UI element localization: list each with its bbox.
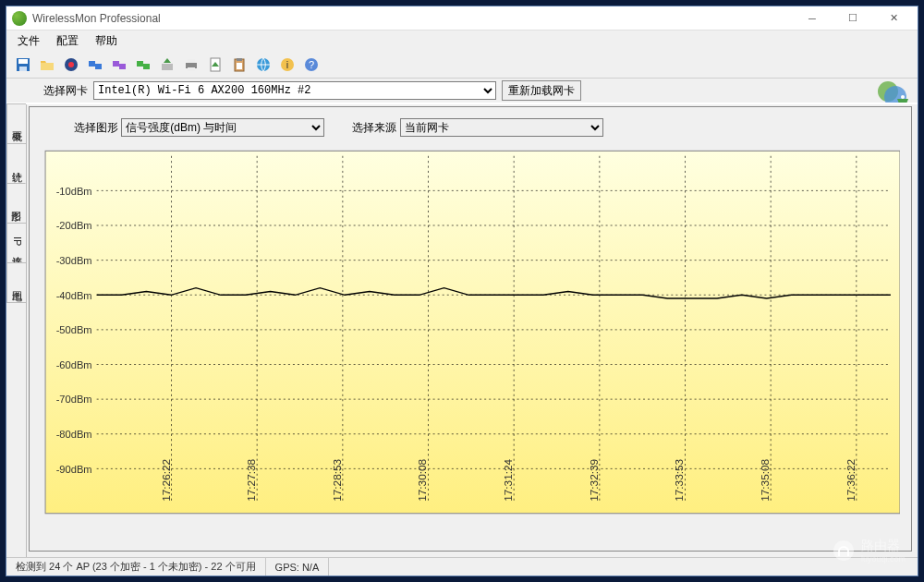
svg-text:-50dBm: -50dBm [56,324,92,335]
help-icon[interactable]: ? [300,54,322,76]
svg-rect-11 [143,64,150,69]
chart-type-label: 选择图形 [74,121,118,134]
svg-rect-14 [188,59,195,63]
svg-text:i: i [286,59,288,70]
reload-nic-button[interactable]: 重新加载网卡 [502,80,581,101]
tab-map[interactable]: 地图 [6,262,26,303]
netmon-c-icon[interactable] [132,54,154,76]
svg-rect-3 [41,63,54,70]
svg-text:17:35:08: 17:35:08 [760,459,771,502]
nic-select[interactable]: Intel(R) Wi-Fi 6 AX200 160MHz #2 [93,81,496,100]
svg-text:17:36:22: 17:36:22 [845,459,857,502]
svg-text:-60dBm: -60dBm [56,358,92,370]
svg-rect-10 [137,61,143,67]
tab-ip-conn[interactable]: IP 连接 [6,223,26,263]
maximize-button[interactable]: ☐ [833,7,873,30]
chart-type-select[interactable]: 信号强度(dBm) 与时间 [121,118,324,137]
netmon-b-icon[interactable] [108,54,130,76]
main-panel: 选择图形 信号强度(dBm) 与时间 选择来源 当前网卡 -10dBm-20dB… [29,106,912,552]
tab-graph[interactable]: 图形 [6,183,26,224]
svg-rect-12 [162,64,173,70]
svg-text:-90dBm: -90dBm [56,463,92,474]
close-button[interactable]: ✕ [873,7,914,30]
svg-rect-19 [237,63,242,69]
svg-rect-2 [19,67,27,71]
minimize-button[interactable]: ─ [792,7,833,30]
content-area: 概要 统计 图形 IP 连接 地图 选择图形 信号强度(dBm) 与时间 选择来… [6,103,918,557]
svg-rect-18 [237,58,242,61]
netmon-a-icon[interactable] [84,54,106,76]
window-title: WirelessMon Professional [32,12,792,25]
menu-config[interactable]: 配置 [49,31,86,51]
app-icon [12,11,27,26]
svg-text:17:26:22: 17:26:22 [161,459,172,502]
print-icon[interactable] [180,54,202,76]
menubar: 文件 配置 帮助 [6,30,918,51]
open-icon[interactable] [36,54,58,76]
svg-rect-9 [119,64,126,69]
status-gps: GPS: N/A [266,558,330,576]
doc-icon[interactable] [204,54,226,76]
status-detect: 检测到 24 个 AP (23 个加密 - 1 个未加密) - 22 个可用 [6,558,266,576]
svg-text:17:32:39: 17:32:39 [589,459,600,502]
svg-text:17:30:08: 17:30:08 [418,459,429,502]
nic-row: 选择网卡 Intel(R) Wi-Fi 6 AX200 160MHz #2 重新… [6,79,918,103]
svg-rect-7 [95,64,102,69]
graph-selector-row: 选择图形 信号强度(dBm) 与时间 选择来源 当前网卡 [74,118,900,137]
svg-point-5 [68,62,74,67]
svg-text:-30dBm: -30dBm [56,255,92,266]
svg-text:17:28:53: 17:28:53 [332,459,343,502]
info-icon[interactable]: i [276,54,298,76]
nic-label: 选择网卡 [43,83,88,99]
app-window: WirelessMon Professional ─ ☐ ✕ 文件 配置 帮助 … [6,6,918,576]
export-icon[interactable] [156,54,178,76]
svg-rect-1 [18,59,28,64]
svg-rect-15 [188,67,195,71]
svg-text:-10dBm: -10dBm [56,185,92,196]
record-icon[interactable] [60,54,82,76]
chart-source-label: 选择来源 [352,121,396,134]
toolbar: i ? [6,51,918,79]
save-icon[interactable] [12,54,34,76]
tab-stats[interactable]: 统计 [6,143,26,184]
svg-text:-20dBm: -20dBm [56,220,92,231]
titlebar: WirelessMon Professional ─ ☐ ✕ [6,6,918,30]
statusbar: 检测到 24 个 AP (23 个加密 - 1 个未加密) - 22 个可用 G… [6,557,918,576]
svg-text:-70dBm: -70dBm [56,394,92,405]
svg-rect-28 [45,151,900,513]
svg-point-27 [901,95,905,99]
chart: -10dBm-20dBm-30dBm-40dBm-50dBm-60dBm-70d… [41,146,900,543]
svg-rect-6 [89,61,95,67]
svg-text:17:33:53: 17:33:53 [675,459,686,502]
menu-file[interactable]: 文件 [10,31,47,51]
chart-source-select[interactable]: 当前网卡 [400,118,603,137]
svg-text:?: ? [309,59,314,70]
tab-summary[interactable]: 概要 [6,103,26,144]
svg-rect-8 [113,61,119,67]
menu-help[interactable]: 帮助 [88,31,125,51]
svg-text:17:31:24: 17:31:24 [503,458,514,502]
side-tabs: 概要 统计 图形 IP 连接 地图 [6,104,27,557]
svg-text:17:27:38: 17:27:38 [246,459,257,502]
globe-icon[interactable] [252,54,274,76]
svg-text:-40dBm: -40dBm [56,289,92,300]
clipboard-icon[interactable] [228,54,250,76]
svg-text:-80dBm: -80dBm [56,429,92,440]
